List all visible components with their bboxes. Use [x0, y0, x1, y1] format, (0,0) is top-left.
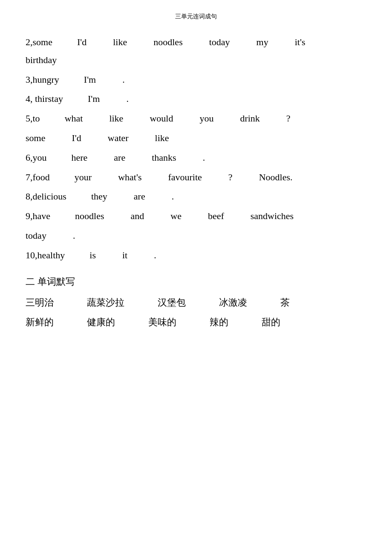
word-today: today — [209, 33, 230, 51]
word-noodles3: noodles — [75, 207, 104, 225]
sentence-9a: 9,have noodles and we beef sandwiches — [26, 207, 366, 225]
word-water: water — [108, 129, 129, 147]
word-period: . — [122, 71, 125, 89]
vocab-row-2: 新鲜的 健康的 美味的 辣的 甜的 — [26, 313, 366, 331]
word-noodles2: Noodles. — [259, 168, 293, 186]
vocab-fresh: 新鲜的 — [26, 313, 54, 331]
word-question2: ? — [228, 168, 233, 186]
vocab-sandwich: 三明治 — [26, 294, 54, 312]
vocab-spicy: 辣的 — [210, 313, 228, 331]
word-some2: some — [26, 129, 45, 147]
content-area: 2,some I'd like noodles today my it's bi… — [26, 33, 366, 331]
sentence-4-number: 4, thirstay — [26, 90, 63, 108]
word-whats: what's — [118, 168, 141, 186]
word-period5: . — [73, 227, 75, 245]
word-like: like — [113, 33, 127, 51]
sentence-10-number: 10,healthy — [26, 246, 65, 264]
sentence-7: 7,food your what's favourite ? Noodles. — [26, 168, 366, 186]
vocab-tea: 茶 — [280, 294, 290, 312]
vocab-icecream: 冰激凌 — [219, 294, 247, 312]
sentence-2-number: 2,some — [26, 33, 52, 51]
vocab-salad: 蔬菜沙拉 — [87, 294, 124, 312]
word-its: it's — [295, 33, 306, 51]
word-sandwiches: sandwiches — [251, 207, 294, 225]
word-id: I'd — [77, 33, 86, 51]
sentence-9-number: 9,have — [26, 207, 50, 225]
sentence-10: 10,healthy is it . — [26, 246, 366, 264]
word-here: here — [72, 149, 88, 167]
word-im: I'm — [84, 71, 96, 89]
vocab-delicious: 美味的 — [148, 313, 176, 331]
word-like2: like — [109, 110, 123, 127]
sentence-6-number: 6,you — [26, 149, 47, 167]
sentence-3-number: 3,hungry — [26, 71, 59, 89]
sentence-5b: some I'd water like — [26, 129, 366, 147]
word-noodles: noodles — [153, 33, 182, 51]
word-thanks: thanks — [152, 149, 176, 167]
word-period4: . — [172, 188, 174, 205]
sentence-9b: today . — [26, 227, 366, 245]
sentence-5-number: 5,to — [26, 110, 40, 127]
word-like3: like — [155, 129, 169, 147]
word-im2: I'm — [88, 90, 100, 108]
sentence-8-number: 8,delicious — [26, 188, 66, 205]
section2-header: 二 单词默写 — [26, 273, 366, 291]
sentence-3: 3,hungry I'm . — [26, 71, 366, 89]
vocab-row-1: 三明治 蔬菜沙拉 汉堡包 冰激凌 茶 — [26, 294, 366, 312]
word-you: you — [199, 110, 213, 127]
sentence-8: 8,delicious they are . — [26, 188, 366, 205]
word-they: they — [91, 188, 107, 205]
page-title: 三单元连词成句 — [26, 13, 366, 20]
word-would: would — [150, 110, 173, 127]
sentence-5a: 5,to what like would you drink ? — [26, 110, 366, 127]
word-are2: are — [134, 188, 145, 205]
word-favourite: favourite — [168, 168, 202, 186]
word-id2: I'd — [72, 129, 81, 147]
word-question: ? — [286, 110, 291, 127]
sentence-2: 2,some I'd like noodles today my it's bi… — [26, 33, 366, 69]
word-is: is — [89, 246, 96, 264]
word-drink: drink — [240, 110, 259, 127]
word-birthday: birthday — [26, 51, 57, 69]
word-it: it — [122, 246, 127, 264]
word-we: we — [170, 207, 182, 225]
word-period6: . — [154, 246, 156, 264]
word-and: and — [130, 207, 144, 225]
word-your: your — [75, 168, 92, 186]
vocab-sweet: 甜的 — [262, 313, 280, 331]
vocab-burger: 汉堡包 — [158, 294, 186, 312]
word-what: what — [65, 110, 83, 127]
word-today2: today — [26, 227, 46, 245]
sentence-4: 4, thirstay I'm . — [26, 90, 366, 108]
word-my: my — [257, 33, 268, 51]
sentence-6: 6,you here are thanks . — [26, 149, 366, 167]
word-are: are — [114, 149, 125, 167]
sentence-7-number: 7,food — [26, 168, 50, 186]
word-period3: . — [203, 149, 205, 167]
word-beef: beef — [208, 207, 224, 225]
word-period2: . — [126, 90, 129, 108]
vocab-healthy: 健康的 — [87, 313, 115, 331]
